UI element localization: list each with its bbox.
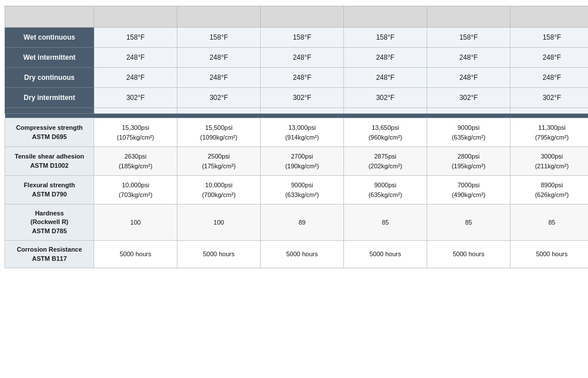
mech-data-cell: 9000psi(635kg/cm²): [427, 118, 510, 147]
mech-row-label: Corrosion ResistanceASTM B117: [5, 241, 94, 268]
temp-data-cell: 248°F: [427, 48, 510, 68]
table-header: [5, 6, 589, 28]
mech-data-cell: 85: [510, 205, 589, 241]
header-col-pes102: [344, 6, 427, 28]
mech-data-cell: 2700psi(190kg/cm²): [261, 147, 344, 176]
temp-data-cell: 158°F: [94, 28, 177, 48]
mech-row: Tensile shear adhesionASTM D10022630psi(…: [5, 147, 589, 176]
temp-data-cell: 248°F: [94, 48, 177, 68]
temp-data-cell: 248°F: [261, 68, 344, 88]
mech-data-cell: 2630psi(185kg/cm²): [94, 147, 177, 176]
temp-data-cell: 158°F: [344, 28, 427, 48]
temp-data-cell: 248°F: [510, 68, 589, 88]
temp-data-cell: 248°F: [344, 48, 427, 68]
mech-row: Flexural strengthASTM D79010,000psi(703k…: [5, 176, 589, 205]
mech-data-cell: 8900psi(626kg/cm²): [510, 176, 589, 205]
comparison-table: Wet continuous158°F158°F158°F158°F158°F1…: [5, 6, 588, 268]
mech-data-cell: 9000psi(633kg/cm²): [261, 176, 344, 205]
header-label-col: [5, 6, 94, 28]
temp-row: Dry intermittent302°F302°F302°F302°F302°…: [5, 88, 589, 108]
temp-data-cell: 158°F: [177, 28, 261, 48]
temp-data-cell: 302°F: [510, 88, 589, 108]
mech-data-cell: 2800psi(195kg/cm²): [427, 147, 510, 176]
temp-data-cell: 302°F: [344, 88, 427, 108]
mech-data-cell: 100: [177, 205, 261, 241]
mech-data-cell: 10,000psi(700kg/cm²): [177, 176, 261, 205]
mech-data-cell: 100: [94, 205, 177, 241]
temp-row-label: Wet continuous: [5, 28, 94, 48]
temp-data-cell: 302°F: [177, 88, 261, 108]
mechanical-section: Compressive strengthASTM D69515,300psi(1…: [5, 118, 589, 268]
temp-row-label: Dry continuous: [5, 68, 94, 88]
header-col-thortex-fg: [427, 6, 510, 28]
mech-data-cell: 85: [427, 205, 510, 241]
mech-data-cell: 5000 hours: [177, 241, 261, 268]
temp-row-label: Dry intermittent: [5, 88, 94, 108]
temp-data-cell: 158°F: [427, 28, 510, 48]
temp-data-cell: 248°F: [94, 68, 177, 88]
mech-data-cell: 2500psi(175kg/cm²): [177, 147, 261, 176]
mech-row-label: Compressive strengthASTM D695: [5, 118, 94, 147]
mech-data-cell: 7000psi(490kg/cm²): [427, 176, 510, 205]
mech-data-cell: 13,000psi(914kg/cm²): [261, 118, 344, 147]
header-col-belzona1111: [261, 6, 344, 28]
mech-row-label: Hardness(Rockwell R)ASTM D785: [5, 205, 94, 241]
header-col-belzona1821: [510, 6, 589, 28]
mech-row: Hardness(Rockwell R)ASTM D78510010089858…: [5, 205, 589, 241]
mech-data-cell: 15,300psi(1075kg/cm²): [94, 118, 177, 147]
mech-data-cell: 15,500psi(1090kg/cm²): [177, 118, 261, 147]
temp-data-cell: 302°F: [94, 88, 177, 108]
mech-data-cell: 5000 hours: [510, 241, 589, 268]
mech-data-cell: 5000 hours: [427, 241, 510, 268]
mech-row-label: Tensile shear adhesionASTM D1002: [5, 147, 94, 176]
gap-row: [5, 108, 589, 114]
header-col-thortex-eg: [177, 6, 261, 28]
mech-data-cell: 2875psi(202kg/cm²): [344, 147, 427, 176]
temp-data-cell: 248°F: [177, 48, 261, 68]
mech-data-cell: 5000 hours: [94, 241, 177, 268]
temp-row-label: Wet intermittent: [5, 48, 94, 68]
mech-row: Corrosion ResistanceASTM B1175000 hours5…: [5, 241, 589, 268]
mech-data-cell: 13,650psi(960kg/cm²): [344, 118, 427, 147]
mech-data-cell: 9000psi(635kg/cm²): [344, 176, 427, 205]
temp-data-cell: 248°F: [261, 48, 344, 68]
mech-row-label: Flexural strengthASTM D790: [5, 176, 94, 205]
mech-data-cell: 5000 hours: [261, 241, 344, 268]
mech-data-cell: 10,000psi(703kg/cm²): [94, 176, 177, 205]
temp-data-cell: 248°F: [427, 68, 510, 88]
comparison-table-wrapper: Wet continuous158°F158°F158°F158°F158°F1…: [0, 0, 588, 274]
mech-data-cell: 5000 hours: [344, 241, 427, 268]
temp-data-cell: 302°F: [427, 88, 510, 108]
temp-data-cell: 158°F: [261, 28, 344, 48]
mech-data-cell: 85: [344, 205, 427, 241]
temp-data-cell: 302°F: [261, 88, 344, 108]
temp-data-cell: 248°F: [510, 48, 589, 68]
temperature-section: Wet continuous158°F158°F158°F158°F158°F1…: [5, 28, 589, 114]
temp-data-cell: 158°F: [510, 28, 589, 48]
separator-section: [5, 114, 589, 118]
mech-row: Compressive strengthASTM D69515,300psi(1…: [5, 118, 589, 147]
temp-row: Wet continuous158°F158°F158°F158°F158°F1…: [5, 28, 589, 48]
section-separator: [5, 114, 589, 118]
temp-data-cell: 248°F: [177, 68, 261, 88]
mech-data-cell: 11,300psi(795kg/cm²): [510, 118, 589, 147]
header-col-pes101: [94, 6, 177, 28]
temp-row: Wet intermittent248°F248°F248°F248°F248°…: [5, 48, 589, 68]
temp-row: Dry continuous248°F248°F248°F248°F248°F2…: [5, 68, 589, 88]
mech-data-cell: 3000psi(211kg/cm²): [510, 147, 589, 176]
temp-data-cell: 248°F: [344, 68, 427, 88]
mech-data-cell: 89: [261, 205, 344, 241]
